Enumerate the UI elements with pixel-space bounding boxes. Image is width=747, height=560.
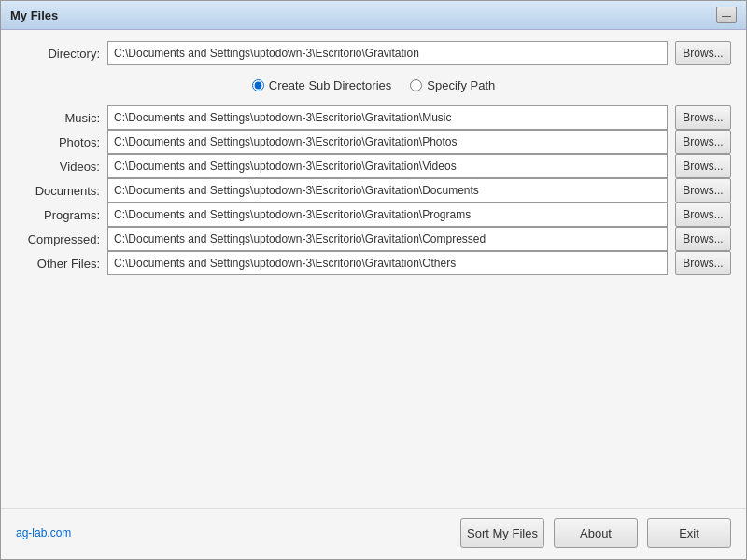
file-row-input-3[interactable] (107, 178, 668, 203)
file-row-browse-button-4[interactable]: Brows... (675, 203, 731, 227)
sort-my-files-button[interactable]: Sort My Files (460, 518, 544, 548)
directory-row: Directory: Brows... (16, 41, 731, 65)
minimize-button[interactable]: — (716, 7, 737, 23)
file-row-browse-button-3[interactable]: Brows... (675, 178, 731, 203)
create-subdirs-label: Create Sub Directories (269, 78, 392, 92)
file-row-label-5: Compressed: (16, 232, 100, 246)
file-row-4: Programs:Brows... (16, 203, 731, 227)
directory-browse-button[interactable]: Brows... (675, 41, 731, 65)
file-row-label-3: Documents: (16, 184, 100, 198)
directory-input[interactable] (107, 41, 668, 65)
file-row-input-4[interactable] (107, 203, 668, 227)
file-row-input-1[interactable] (107, 130, 668, 154)
file-row-2: Videos:Brows... (16, 154, 731, 178)
file-row-5: Compressed:Brows... (16, 227, 731, 251)
file-rows-container: Music:Brows...Photos:Brows...Videos:Brow… (16, 105, 731, 275)
file-row-1: Photos:Brows... (16, 130, 731, 154)
file-row-label-2: Videos: (16, 160, 100, 174)
file-row-0: Music:Brows... (16, 105, 731, 130)
file-row-3: Documents:Brows... (16, 178, 731, 203)
create-subdirs-radio[interactable] (252, 79, 264, 91)
file-row-label-4: Programs: (16, 208, 100, 222)
file-row-label-1: Photos: (16, 135, 100, 149)
create-subdirs-option[interactable]: Create Sub Directories (252, 78, 392, 92)
main-window: My Files — Directory: Brows... Create Su… (0, 0, 747, 560)
title-bar-controls: — (716, 7, 737, 23)
specify-path-label: Specify Path (427, 78, 495, 92)
specify-path-radio[interactable] (410, 79, 422, 91)
file-row-6: Other Files:Brows... (16, 251, 731, 275)
file-row-input-5[interactable] (107, 227, 668, 251)
file-row-browse-button-5[interactable]: Brows... (675, 227, 731, 251)
title-bar: My Files — (1, 1, 746, 30)
file-row-label-6: Other Files: (16, 257, 100, 271)
window-title: My Files (10, 8, 58, 22)
file-row-input-2[interactable] (107, 154, 668, 178)
about-button[interactable]: About (554, 518, 638, 548)
website-link[interactable]: ag-lab.com (16, 526, 71, 539)
file-row-browse-button-0[interactable]: Brows... (675, 105, 731, 130)
exit-button[interactable]: Exit (647, 518, 731, 548)
file-row-browse-button-2[interactable]: Brows... (675, 154, 731, 178)
file-row-input-0[interactable] (107, 105, 668, 130)
file-row-input-6[interactable] (107, 251, 668, 275)
file-row-browse-button-1[interactable]: Brows... (675, 130, 731, 154)
footer-buttons: Sort My Files About Exit (460, 518, 731, 548)
specify-path-option[interactable]: Specify Path (410, 78, 495, 92)
file-row-browse-button-6[interactable]: Brows... (675, 251, 731, 275)
content-area: Directory: Brows... Create Sub Directori… (1, 30, 746, 508)
footer: ag-lab.com Sort My Files About Exit (1, 508, 746, 559)
file-row-label-0: Music: (16, 111, 100, 125)
directory-label: Directory: (16, 47, 100, 61)
radio-group: Create Sub Directories Specify Path (16, 73, 731, 98)
